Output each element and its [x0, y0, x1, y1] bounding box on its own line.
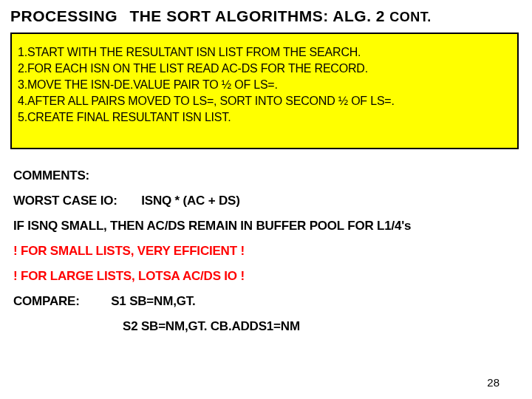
compare-s2: S2 SB=NM,GT. CB.ADDS1=NM	[123, 319, 300, 333]
steps-box: 1.START WITH THE RESULTANT ISN LIST FROM…	[10, 33, 519, 149]
compare-label: COMPARE:	[13, 294, 80, 309]
slide: PROCESSING THE SORT ALGORITHMS: ALG. 2 C…	[0, 0, 532, 399]
title-alg: ALG. 2	[332, 7, 385, 24]
slide-title: PROCESSING THE SORT ALGORITHMS: ALG. 2 C…	[10, 7, 519, 25]
step-5: 5.CREATE FINAL RESULTANT ISN LIST.	[18, 109, 510, 126]
compare-line-2: S2 SB=NM,GT. CB.ADDS1=NM	[13, 319, 519, 334]
title-main: PROCESSING	[10, 7, 117, 24]
worst-case-line: WORST CASE IO: ISNQ * (AC + DS)	[13, 194, 519, 208]
comments-block: COMMENTS: WORST CASE IO: ISNQ * (AC + DS…	[10, 168, 519, 334]
title-mid: THE SORT ALGORITHMS:	[129, 7, 328, 24]
page-number: 28	[487, 376, 499, 389]
step-1: 1.START WITH THE RESULTANT ISN LIST FROM…	[18, 44, 510, 61]
worst-case-value: ISNQ * (AC + DS)	[141, 194, 239, 208]
step-2: 2.FOR EACH ISN ON THE LIST READ AC-DS FO…	[18, 61, 510, 77]
step-4: 4.AFTER ALL PAIRS MOVED TO LS=, SORT INT…	[18, 93, 510, 109]
compare-s1: S1 SB=NM,GT.	[111, 294, 195, 308]
compare-line-1: COMPARE: S1 SB=NM,GT.	[13, 294, 519, 309]
comments-heading: COMMENTS:	[13, 168, 519, 183]
large-lists-line: ! FOR LARGE LISTS, LOTSA AC/DS IO !	[13, 269, 519, 284]
small-lists-line: ! FOR SMALL LISTS, VERY EFFICIENT !	[13, 244, 519, 259]
worst-case-label: WORST CASE IO:	[13, 194, 117, 208]
title-cont: CONT.	[389, 10, 432, 24]
if-small-line: IF ISNQ SMALL, THEN AC/DS REMAIN IN BUFF…	[13, 219, 519, 233]
step-3: 3.MOVE THE ISN-DE.VALUE PAIR TO ½ OF LS=…	[18, 77, 510, 93]
